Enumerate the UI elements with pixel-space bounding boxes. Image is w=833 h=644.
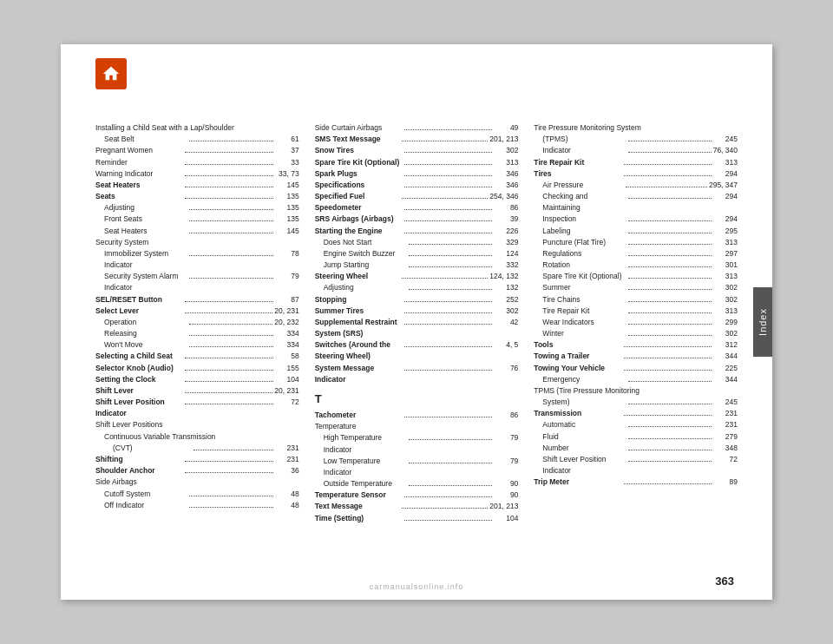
entry-page: 135 (275, 202, 299, 214)
entry-label: Tire Pressure Monitoring System (534, 122, 738, 134)
entry-page: 124, 132 (489, 271, 518, 282)
index-entry: Supplemental Restraint System (SRS)42 (315, 317, 519, 339)
index-entry: Spare Tire Kit (Optional)313 (315, 157, 519, 168)
entry-dots (402, 141, 488, 141)
entry-page: 124 (494, 248, 518, 260)
entry-page: 231 (275, 454, 299, 465)
entry-label: Checking and Maintaining (542, 191, 626, 214)
entry-label: Engine Switch Buzzer (324, 248, 407, 260)
entry-dots (185, 392, 272, 393)
entry-dots (189, 507, 272, 508)
entry-label: Stopping (315, 294, 403, 306)
entry-page: 313 (494, 157, 518, 168)
entry-dots (409, 439, 492, 440)
index-entry: Puncture (Flat Tire)313 (534, 237, 738, 248)
entry-dots (189, 233, 272, 233)
entry-page: 90 (494, 478, 518, 490)
entry-page: 33, 73 (275, 168, 299, 180)
entry-dots (402, 198, 488, 199)
entry-page: 334 (275, 339, 299, 351)
entry-page: 72 (275, 397, 299, 408)
entry-page: 294 (713, 214, 738, 225)
index-entry: Air Pressure295, 347 (534, 180, 738, 191)
entry-page: 86 (494, 202, 518, 214)
entry-dots (402, 278, 488, 279)
entry-label: SMS Text Message (315, 134, 401, 145)
entry-page: 155 (275, 363, 299, 374)
index-entry: Summer302 (534, 282, 738, 293)
section-letter: T (315, 391, 519, 408)
entry-dots (628, 289, 712, 290)
index-entry: Summer Tires302 (315, 306, 519, 317)
index-entry: Trip Meter89 (534, 476, 738, 488)
index-entry: Installing a Child Seat with a Lap/Shoul… (95, 122, 299, 134)
entry-label: Wear Indicators (542, 317, 626, 328)
entry-label: Operation (104, 317, 187, 328)
entry-label: Temperature Sensor (315, 490, 403, 501)
entry-page: 302 (713, 328, 738, 339)
index-entry: Side Airbags (95, 476, 299, 488)
home-icon-button[interactable] (95, 58, 127, 89)
entry-label: Shift Lever Position Indicator (542, 454, 626, 476)
entry-page: 33 (275, 157, 299, 168)
entry-dots (185, 312, 272, 313)
entry-page: 231 (275, 443, 299, 454)
entry-label: Front Seats (104, 214, 187, 225)
index-entry: Labeling295 (534, 226, 738, 237)
entry-dots (628, 152, 712, 153)
entry-label: Tires (534, 168, 621, 180)
entry-label: Supplemental Restraint System (SRS) (315, 317, 403, 339)
entry-label: Seat Heaters (104, 226, 187, 237)
entry-page: 4, 5 (494, 339, 518, 351)
index-entry: Front Seats135 (95, 214, 299, 225)
index-entry: Specifications346 (315, 180, 519, 191)
entry-page: 36 (275, 465, 299, 476)
entry-dots (193, 450, 272, 450)
entry-dots (624, 370, 712, 371)
entry-page: 294 (713, 168, 738, 180)
entry-dots (404, 346, 492, 347)
entry-dots (404, 129, 492, 130)
entry-page: 42 (494, 317, 518, 328)
entry-page: 145 (275, 226, 299, 237)
entry-label: Setting the Clock (95, 374, 183, 385)
index-entry: SMS Text Message201, 213 (315, 134, 519, 145)
index-entry: Temperature Sensor90 (315, 490, 519, 501)
index-entry: Does Not Start329 (315, 237, 519, 248)
index-entry: Immobilizer System Indicator78 (95, 248, 299, 271)
entry-label: Side Curtain Airbags (315, 122, 403, 134)
entry-dots (404, 520, 492, 521)
index-entry: Starting the Engine226 (315, 226, 519, 237)
entry-page: 86 (494, 410, 518, 421)
entry-label: Reminder (95, 157, 183, 168)
index-entry: (CVT)231 (95, 443, 299, 454)
index-entry: Reminder33 (95, 157, 299, 168)
entry-page: 104 (494, 513, 518, 524)
entry-dots (404, 164, 492, 165)
entry-dots (404, 370, 492, 371)
entry-dots (628, 255, 712, 256)
entry-label: SRS Airbags (Airbags) (315, 214, 403, 225)
index-entry: Tire Repair Kit313 (534, 157, 738, 168)
entry-dots (185, 370, 272, 371)
entry-label: Spare Tire Kit (Optional) (315, 157, 403, 168)
index-entry: Checking and Maintaining294 (534, 191, 738, 214)
entry-dots (185, 472, 272, 473)
entry-page: 302 (713, 294, 738, 306)
entry-label: Fluid (542, 431, 626, 443)
entry-page: 76 (494, 363, 518, 374)
index-entry: System Message Indicator76 (315, 363, 519, 385)
index-entry: Adjusting132 (315, 282, 519, 293)
index-entry: Temperature (315, 421, 519, 432)
entry-dots (628, 233, 712, 233)
entry-label: Installing a Child Seat with a Lap/Shoul… (95, 122, 299, 134)
index-entry: Towing a Trailer344 (534, 351, 738, 362)
entry-label: Shifting (95, 454, 183, 465)
entry-dots (404, 152, 492, 153)
entry-page: 48 (275, 489, 299, 500)
entry-label: Releasing (104, 328, 187, 339)
index-entry: Adjusting135 (95, 202, 299, 214)
entry-dots (628, 335, 712, 336)
index-entry: Releasing334 (95, 328, 299, 339)
entry-label: Spare Tire Kit (Optional) (542, 271, 626, 282)
